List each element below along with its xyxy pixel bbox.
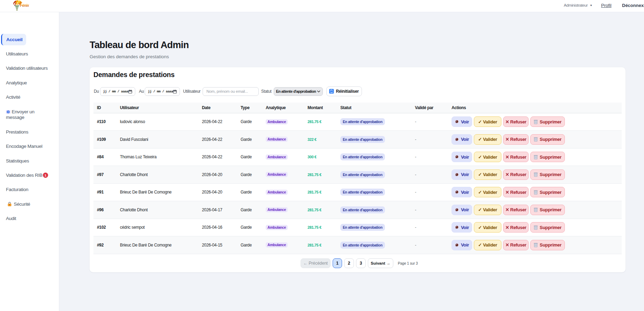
svg-text:Fénix: Fénix xyxy=(20,3,30,7)
